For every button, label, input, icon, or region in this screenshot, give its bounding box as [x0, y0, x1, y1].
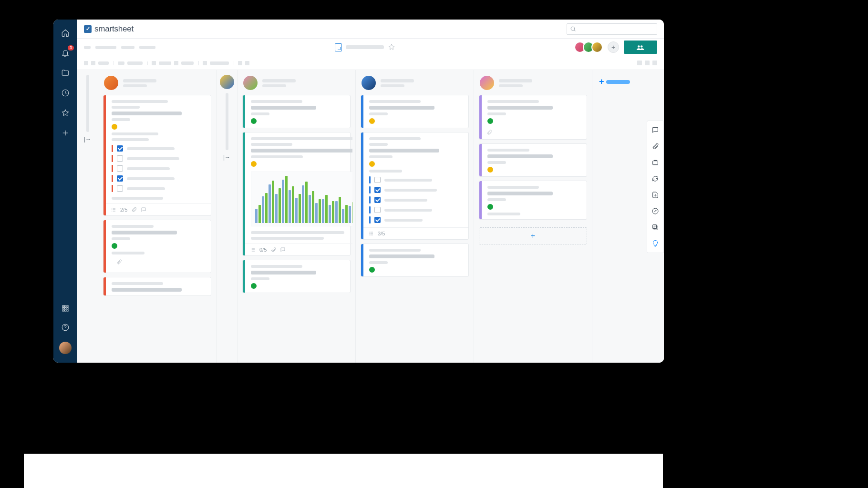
lane-header — [477, 75, 589, 95]
lane-handle[interactable] — [226, 93, 228, 150]
svg-rect-9 — [67, 310, 68, 311]
main: ✓ smartsheet — [77, 20, 664, 363]
card[interactable] — [103, 277, 211, 296]
status-dot-amber — [369, 118, 375, 124]
board: |→ — [77, 70, 664, 363]
lane-avatar — [480, 76, 494, 90]
card[interactable]: 2/5 — [103, 95, 211, 216]
right-rail — [647, 121, 664, 253]
user-avatar[interactable] — [59, 342, 72, 354]
status-dot-green — [487, 204, 493, 210]
export-icon[interactable] — [651, 191, 660, 199]
checkbox[interactable] — [374, 177, 381, 183]
card[interactable] — [103, 220, 211, 273]
add-lane-button[interactable]: + — [596, 77, 660, 87]
lane-3: 3/5 — [356, 70, 474, 363]
attachment-icon[interactable] — [131, 207, 137, 213]
checkbox[interactable] — [374, 197, 381, 203]
card[interactable]: 0/5 — [242, 132, 351, 256]
svg-point-12 — [638, 45, 640, 48]
app-window: 3 ✓ smartsheet — [53, 20, 664, 363]
comment-icon[interactable] — [280, 247, 286, 253]
checklist-icon — [111, 207, 116, 213]
card[interactable]: 3/5 — [361, 132, 469, 240]
expand-lane-icon[interactable]: |→ — [223, 154, 230, 161]
add-card-button[interactable]: + — [479, 227, 587, 244]
checklist — [369, 176, 463, 224]
checkbox[interactable] — [117, 145, 123, 152]
lane-1: 2/5 — [98, 70, 217, 363]
activity-icon[interactable] — [651, 207, 660, 215]
lane-header — [240, 75, 352, 95]
star-icon[interactable] — [388, 43, 395, 51]
notification-badge: 3 — [68, 45, 74, 51]
search-input[interactable] — [567, 23, 657, 35]
refresh-icon[interactable] — [651, 174, 660, 183]
decorative-strip — [24, 454, 663, 488]
checkbox[interactable] — [374, 207, 381, 213]
card[interactable] — [479, 181, 587, 220]
brand[interactable]: ✓ smartsheet — [84, 24, 134, 34]
checklist-count: 0/5 — [259, 247, 267, 253]
lane-avatar — [243, 76, 258, 90]
checkbox[interactable] — [374, 187, 381, 193]
attachments-panel-icon[interactable] — [651, 142, 660, 151]
svg-rect-7 — [62, 310, 64, 311]
card[interactable] — [361, 95, 469, 128]
view-switcher[interactable] — [637, 61, 657, 65]
card-footer: 3/5 — [363, 227, 468, 239]
attachment-icon[interactable] — [270, 247, 276, 253]
checkbox[interactable] — [374, 217, 381, 223]
copy-icon[interactable] — [651, 223, 660, 232]
checkbox[interactable] — [117, 155, 123, 162]
folder-icon[interactable] — [61, 68, 70, 78]
svg-rect-8 — [65, 310, 66, 311]
recents-icon[interactable] — [61, 88, 70, 98]
lane-handle[interactable] — [86, 75, 89, 132]
collaborator-avatars[interactable] — [574, 41, 603, 53]
status-dot-amber — [251, 161, 257, 167]
svg-rect-3 — [67, 305, 68, 307]
home-icon[interactable] — [61, 28, 70, 38]
share-button[interactable] — [624, 41, 657, 54]
status-dot-green — [251, 118, 257, 124]
status-dot-green — [112, 243, 117, 249]
card-footer: 2/5 — [106, 203, 211, 215]
help-icon[interactable] — [61, 323, 70, 332]
titlebar: + — [77, 39, 664, 56]
card[interactable] — [479, 95, 587, 140]
checkbox[interactable] — [117, 175, 123, 182]
proofs-panel-icon[interactable] — [651, 158, 660, 167]
checklist-count: 3/5 — [378, 231, 385, 236]
brand-logo-icon: ✓ — [84, 25, 92, 33]
expand-lane-icon[interactable]: |→ — [84, 136, 91, 142]
breadcrumb — [84, 46, 155, 49]
apps-icon[interactable] — [61, 304, 70, 313]
page-title — [346, 45, 384, 49]
comments-panel-icon[interactable] — [651, 126, 660, 134]
svg-rect-16 — [654, 226, 658, 230]
comment-icon[interactable] — [141, 207, 146, 213]
card[interactable] — [479, 143, 587, 177]
checkbox[interactable] — [117, 165, 123, 172]
checklist — [112, 145, 205, 192]
card[interactable] — [361, 244, 469, 277]
tips-icon[interactable] — [651, 239, 660, 248]
checkbox[interactable] — [117, 185, 123, 192]
lane-collapsed: |→ — [77, 70, 98, 363]
attachment-icon[interactable] — [486, 130, 492, 135]
status-dot-green — [251, 283, 257, 289]
card[interactable] — [242, 260, 351, 293]
status-dot-green — [369, 267, 375, 273]
card[interactable] — [242, 95, 351, 128]
left-nav: 3 — [53, 20, 77, 363]
notifications-icon[interactable]: 3 — [61, 48, 70, 58]
svg-rect-2 — [65, 305, 66, 307]
add-icon[interactable] — [61, 128, 70, 138]
lane-header — [101, 75, 213, 95]
add-collaborator-button[interactable]: + — [608, 41, 619, 53]
share-icon — [636, 44, 645, 51]
attachment-icon[interactable] — [116, 259, 122, 265]
document-icon — [335, 43, 342, 51]
favorites-icon[interactable] — [61, 108, 70, 118]
